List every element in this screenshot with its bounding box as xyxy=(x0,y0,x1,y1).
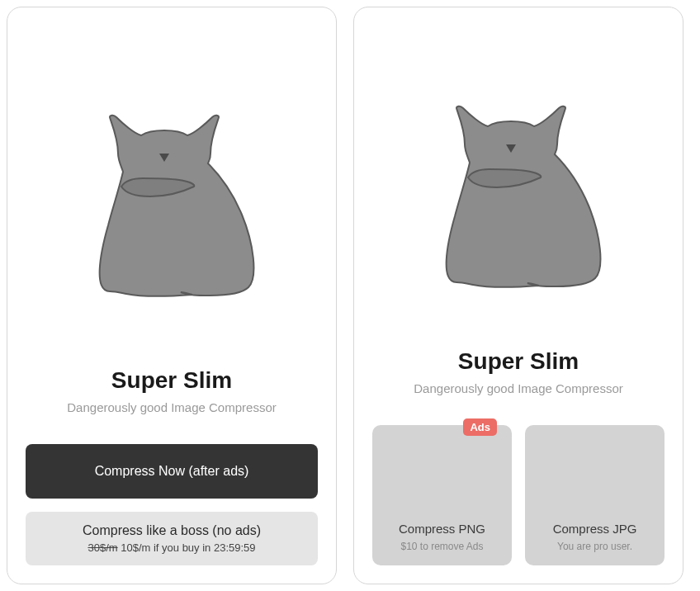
cat-icon xyxy=(85,89,258,304)
card-title: Compress JPG xyxy=(553,522,637,536)
app-title: Super Slim xyxy=(458,348,579,375)
cat-icon xyxy=(432,80,605,295)
compress-options-row: Ads Compress PNG $10 to remove Ads Compr… xyxy=(372,425,665,565)
secondary-button-label: Compress like a boss (no ads) xyxy=(83,523,261,538)
card-subtitle: $10 to remove Ads xyxy=(400,541,483,552)
ads-badge: Ads xyxy=(463,418,497,436)
price-strikethrough: 30$/m xyxy=(88,541,117,554)
cat-illustration-container xyxy=(26,26,318,367)
compress-like-boss-button[interactable]: Compress like a boss (no ads) 30$/m 10$/… xyxy=(26,512,318,565)
offer-remainder: 10$/m if you buy in 23:59:59 xyxy=(118,541,256,554)
screen-variant-cards: Super Slim Dangerously good Image Compre… xyxy=(353,7,683,584)
app-title: Super Slim xyxy=(111,367,232,394)
app-subtitle: Dangerously good Image Compressor xyxy=(414,381,622,395)
app-subtitle: Dangerously good Image Compressor xyxy=(67,400,276,414)
compress-jpg-card[interactable]: Compress JPG You are pro user. xyxy=(525,425,665,565)
secondary-button-offer: 30$/m 10$/m if you buy in 23:59:59 xyxy=(88,541,255,554)
card-subtitle: You are pro user. xyxy=(557,541,632,552)
screen-variant-ads-buttons: Super Slim Dangerously good Image Compre… xyxy=(7,7,337,584)
compress-now-button[interactable]: Compress Now (after ads) xyxy=(26,444,318,499)
card-title: Compress PNG xyxy=(399,522,485,536)
cat-illustration-container xyxy=(372,26,665,348)
compress-png-card[interactable]: Ads Compress PNG $10 to remove Ads xyxy=(372,425,512,565)
